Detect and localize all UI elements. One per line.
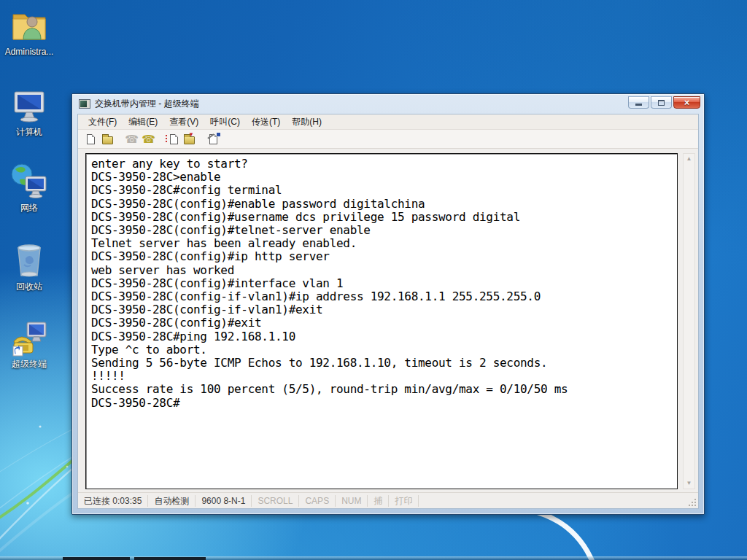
recycle-bin-icon bbox=[9, 241, 49, 280]
desktop-icon-label: 计算机 bbox=[1, 127, 57, 137]
send-dots bbox=[166, 135, 168, 144]
menu-bar: 文件(F) 编辑(E) 查看(V) 呼叫(C) 传送(T) 帮助(H) bbox=[78, 114, 698, 130]
scroll-down-icon[interactable]: ▼ bbox=[686, 478, 692, 489]
status-autodetect: 自动检测 bbox=[148, 495, 196, 507]
window-client-area: 文件(F) 编辑(E) 查看(V) 呼叫(C) 传送(T) 帮助(H) ☎ ☎ … bbox=[77, 114, 699, 509]
terminal-screen[interactable]: enter any key to start? DCS-3950-28C>ena… bbox=[85, 153, 678, 489]
new-connection-icon bbox=[87, 134, 95, 144]
open-icon bbox=[102, 136, 113, 144]
terminal-line: DCS-3950-28C(config)#interface vlan 1 bbox=[91, 277, 677, 290]
terminal-line: DCS-3950-28C(config)#exit bbox=[91, 316, 677, 330]
taskbar-button-sliver[interactable] bbox=[63, 557, 130, 560]
desktop-icon-hyperterminal[interactable]: 超级终端 bbox=[1, 318, 57, 369]
taskbar-button-sliver[interactable] bbox=[134, 557, 206, 560]
window-icon bbox=[79, 99, 90, 109]
properties-corner bbox=[217, 133, 220, 136]
menu-help[interactable]: 帮助(H) bbox=[286, 114, 328, 130]
terminal-line: Sending 5 56-byte ICMP Echos to 192.168.… bbox=[91, 357, 677, 370]
terminal-line: enter any key to start? bbox=[91, 158, 677, 171]
terminal-line: DCS-3950-28C>enable bbox=[91, 171, 677, 184]
desktop-icon-label: 超级终端 bbox=[1, 359, 57, 369]
terminal-line: DCS-3950-28C#config terminal bbox=[91, 184, 677, 197]
terminal-line: DCS-3950-28C(config)#ip http server bbox=[91, 250, 677, 263]
close-button[interactable]: × bbox=[673, 96, 700, 109]
resize-grip[interactable] bbox=[688, 498, 697, 507]
terminal-line: DCS-3950-28C(config)#enable password dig… bbox=[91, 198, 677, 211]
vertical-scrollbar[interactable]: ▲ ▼ bbox=[683, 153, 695, 489]
minimize-button[interactable] bbox=[628, 96, 649, 109]
maximize-button[interactable] bbox=[651, 96, 672, 109]
scroll-up-icon[interactable]: ▲ bbox=[686, 154, 692, 164]
status-num: NUM bbox=[336, 495, 368, 507]
minimize-icon bbox=[635, 104, 642, 106]
status-baud: 9600 8-N-1 bbox=[196, 495, 252, 507]
desktop-icon-administrator[interactable]: Administra... bbox=[1, 6, 57, 57]
terminal-line: DCS-3950-28C# bbox=[91, 397, 677, 410]
terminal-line: Telnet server has been already enabled. bbox=[91, 237, 677, 250]
computer-icon bbox=[9, 86, 49, 125]
send-file-button[interactable] bbox=[164, 131, 181, 147]
desktop-icon-computer[interactable]: 计算机 bbox=[1, 86, 57, 137]
desktop-icon-label: 网络 bbox=[1, 203, 57, 213]
terminal-line: DCS-3950-28C(config)#username dcs privil… bbox=[91, 211, 677, 224]
status-connected: 已连接 0:03:35 bbox=[78, 495, 148, 507]
terminal-line: DCS-3950-28C#ping 192.168.1.10 bbox=[91, 330, 677, 343]
menu-file[interactable]: 文件(F) bbox=[82, 114, 123, 130]
terminal-line: Type ^c to abort. bbox=[91, 343, 677, 357]
terminal-line: web server has worked bbox=[91, 264, 677, 277]
taskbar-edge[interactable] bbox=[0, 556, 747, 560]
menu-transfer[interactable]: 传送(T) bbox=[246, 114, 286, 130]
disconnect-button[interactable]: ☎ bbox=[140, 131, 157, 147]
status-print: 打印 bbox=[389, 495, 419, 507]
receive-file-icon bbox=[184, 136, 195, 144]
terminal-line: !!!!! bbox=[91, 370, 677, 383]
desktop-icon-label: 回收站 bbox=[1, 281, 57, 292]
desktop-icon-label: Administra... bbox=[1, 47, 57, 57]
menu-view[interactable]: 查看(V) bbox=[163, 114, 204, 130]
status-bar: 已连接 0:03:35 自动检测 9600 8-N-1 SCROLL CAPS … bbox=[78, 492, 698, 508]
terminal-line: DCS-3950-28C(config)#telnet-server enabl… bbox=[91, 224, 677, 237]
terminal-container: enter any key to start? DCS-3950-28C>ena… bbox=[78, 149, 698, 492]
status-scroll: SCROLL bbox=[252, 495, 299, 507]
new-connection-button[interactable] bbox=[82, 131, 99, 147]
desktop-icon-network[interactable]: 网络 bbox=[1, 162, 57, 213]
terminal-line: Success rate is 100 percent (5/5), round… bbox=[91, 383, 677, 396]
hyperterminal-window: 交换机带内管理 - 超级终端 × 文件(F) 编辑(E) 查看(V) 呼叫(C)… bbox=[71, 93, 705, 515]
maximize-icon bbox=[658, 100, 665, 106]
window-titlebar[interactable]: 交换机带内管理 - 超级终端 × bbox=[72, 94, 704, 114]
hyperterminal-shortcut-icon bbox=[9, 318, 49, 357]
desktop-icon-recycle-bin[interactable]: 回收站 bbox=[1, 241, 57, 292]
open-button[interactable] bbox=[99, 131, 116, 147]
status-caps: CAPS bbox=[299, 495, 336, 507]
network-icon bbox=[9, 162, 49, 201]
window-title: 交换机带内管理 - 超级终端 bbox=[95, 98, 628, 110]
call-button[interactable]: ☎ bbox=[123, 131, 140, 147]
receive-file-button[interactable]: ▼ bbox=[181, 131, 198, 147]
disconnect-icon: ☎ bbox=[142, 133, 155, 144]
properties-button[interactable] bbox=[205, 131, 222, 147]
terminal-line: DCS-3950-28C(config-if-vlan1)#ip address… bbox=[91, 290, 677, 303]
toolbar: ☎ ☎ ▼ bbox=[78, 130, 698, 149]
user-folder-icon bbox=[9, 6, 49, 45]
terminal-line: DCS-3950-28C(config-if-vlan1)#exit bbox=[91, 303, 677, 316]
close-icon: × bbox=[684, 97, 690, 108]
menu-call[interactable]: 呼叫(C) bbox=[204, 114, 246, 130]
status-capture: 捕 bbox=[368, 495, 389, 507]
menu-edit[interactable]: 编辑(E) bbox=[123, 114, 163, 130]
send-file-icon bbox=[170, 134, 178, 144]
call-icon: ☎ bbox=[125, 133, 139, 144]
